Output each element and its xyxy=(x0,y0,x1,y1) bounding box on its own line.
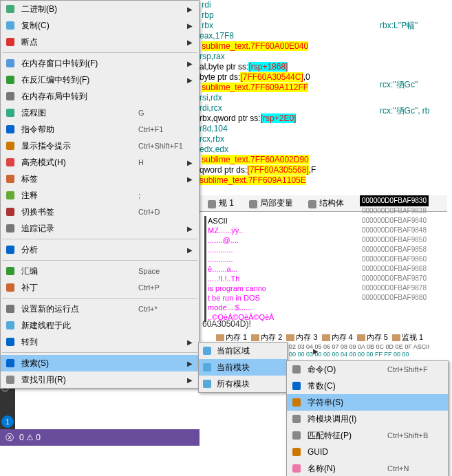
memory-tab[interactable]: 内存 2 xyxy=(251,332,282,343)
menu-item-trace-icon[interactable]: 追踪记录▶ xyxy=(1,220,199,237)
disasm-line[interactable]: rdi xyxy=(200,0,378,10)
menu-item-allmod-icon[interactable]: 所有模块▶ xyxy=(199,376,287,392)
status-text: 60A30504D)! xyxy=(202,319,251,329)
menu-item-goto-icon[interactable]: 转到▶ xyxy=(1,334,199,350)
stack-row[interactable]: 000000D0FBAF9858 xyxy=(360,245,429,255)
ascii-row[interactable]: is program canno xyxy=(208,283,306,293)
disasm-line[interactable]: edx,edx xyxy=(200,144,378,155)
menu-item-module-icon[interactable]: 当前模块▶ xyxy=(199,359,287,376)
menu-item-cmd-icon[interactable]: 命令(O)Ctrl+Shift+F xyxy=(287,361,448,378)
stack-row[interactable]: 000000D0FBAF9880 xyxy=(360,293,429,303)
ascii-row[interactable]: ............ xyxy=(208,255,306,264)
menu-label: 转到 xyxy=(21,336,138,348)
menu-separator xyxy=(2,260,197,261)
ascii-row[interactable]: mode....$...... xyxy=(208,303,306,312)
memory-tab[interactable]: 监视 1 xyxy=(392,332,423,343)
disasm-line[interactable]: rbx xyxy=(200,21,378,31)
ascii-row[interactable]: .....!I.!..Th xyxy=(208,274,306,283)
error-warning-count[interactable]: 0 ⚠ 0 xyxy=(19,433,41,442)
notification-badge[interactable]: 1 xyxy=(1,415,14,428)
stack-row[interactable]: 000000D0FBAF9868 xyxy=(360,264,429,274)
menu-item-region-icon[interactable]: 当前区域▶ xyxy=(199,343,287,359)
ascii-row[interactable]: .......@.... xyxy=(208,235,306,245)
menu-item-highlight-icon[interactable]: 高亮模式(H)H▶ xyxy=(1,154,199,171)
panel-tab[interactable]: 规 1 xyxy=(204,196,237,210)
menu-item-intermod-icon[interactable]: 跨模块调用(I) xyxy=(287,411,448,427)
menu-item-const-icon[interactable]: 常数(C) xyxy=(287,378,448,394)
menu-item-memdump-icon[interactable]: 在内存窗口中转到(F)▶ xyxy=(1,55,199,72)
menu-item-bookmark-icon[interactable]: 切换书签Ctrl+D xyxy=(1,204,199,220)
disasm-line[interactable]: r8d,104 xyxy=(200,124,378,134)
memory-tab[interactable]: 内存 5 xyxy=(357,332,388,343)
panel-tab[interactable]: 局部变量 xyxy=(245,196,296,210)
svg-rect-39 xyxy=(292,448,301,456)
disasm-line[interactable]: eax,17F8 xyxy=(200,31,378,41)
menu-item-seteip-icon[interactable]: 设置新的运行点Ctrl+* xyxy=(1,301,199,317)
menu-item-comment-icon[interactable]: 注释; xyxy=(1,187,199,204)
search-type-submenu[interactable]: 命令(O)Ctrl+Shift+F常数(C)字符串(S)跨模块调用(I)匹配特征… xyxy=(286,360,449,476)
stack-row[interactable]: 000000D0FBAF9878 xyxy=(360,283,429,293)
stack-row[interactable]: 000000D0FBAF9840 xyxy=(360,216,429,226)
stack-row[interactable]: 000000D0FBAF9860 xyxy=(360,255,429,264)
menu-item-memlayout-icon[interactable]: 在内存布局中转到 xyxy=(1,88,199,105)
menu-label: 设置新的运行点 xyxy=(21,303,138,315)
menu-item-help-icon[interactable]: 指令帮助Ctrl+F1 xyxy=(1,121,199,138)
menu-shortcut: G xyxy=(138,109,186,117)
memory-tab[interactable]: 内存 4 xyxy=(322,332,353,343)
memory-tab[interactable]: 内存 1 xyxy=(216,332,247,343)
menu-item-guid-icon[interactable]: GUID xyxy=(287,444,448,460)
disasm-line[interactable]: al,byte ptr ss:[rsp+1868] xyxy=(200,62,378,72)
disassembly-view[interactable]: rdi rbp rbxeax,17F8 sublime_text.7FF60A0… xyxy=(200,0,378,186)
disasm-line[interactable]: rdi,rcx xyxy=(200,103,378,113)
menu-item-tag-icon[interactable]: 标签▶ xyxy=(1,171,199,187)
hex-ascii-view[interactable]: ASCII MZ......ÿÿ.........@..............… xyxy=(204,216,306,322)
ascii-row[interactable]: è.......a... xyxy=(208,264,306,274)
disasm-line[interactable]: rbx,qword ptr ss:[rsp+2E0] xyxy=(200,113,378,124)
menu-item-pattern-icon[interactable]: 匹配特征(P)Ctrl+Shift+B xyxy=(287,427,448,444)
disasm-line[interactable]: qword ptr ds:[7FF60A305568],F xyxy=(200,165,378,175)
stack-row[interactable]: 000000D0FBAF9870 xyxy=(360,274,429,283)
menu-item-binary-icon[interactable]: 二进制(B)▶ xyxy=(1,1,199,17)
memory-tab[interactable]: 内存 3 xyxy=(286,332,317,343)
menu-item-graph-icon[interactable]: 流程图G xyxy=(1,105,199,121)
menu-item-names-icon[interactable]: 名称(N)Ctrl+N xyxy=(287,460,448,476)
stack-row[interactable]: 000000D0FBAF9838 xyxy=(360,206,429,216)
menu-item-hint-icon[interactable]: 显示指令提示Ctrl+Shift+F1 xyxy=(1,138,199,154)
menu-item-asm-icon[interactable]: 汇编Space xyxy=(1,263,199,279)
copy-icon xyxy=(3,19,17,32)
menu-separator xyxy=(2,239,197,239)
disasm-line[interactable]: sublime_text.7FF609A112FF xyxy=(200,83,378,93)
menu-item-search-icon[interactable]: 搜索(S)▶ xyxy=(1,355,199,371)
string-icon xyxy=(290,396,303,409)
menu-item-string-icon[interactable]: 字符串(S) xyxy=(287,394,448,411)
menu-item-analyze-icon[interactable]: 分析▶ xyxy=(1,241,199,258)
disasm-line[interactable]: sublime_text.7FF609A1105E xyxy=(200,175,378,186)
menu-item-xref-icon[interactable]: 查找引用(R)▶ xyxy=(1,371,199,388)
disasm-line[interactable]: rbp xyxy=(200,10,378,21)
disasm-icon xyxy=(3,73,17,87)
ascii-row[interactable]: t be run in DOS xyxy=(208,293,306,303)
search-scope-submenu[interactable]: 当前区域▶当前模块▶所有模块▶ xyxy=(198,342,288,393)
menu-item-breakpoint-icon[interactable]: 断点▶ xyxy=(1,34,199,50)
vscode-status-bar[interactable]: ⓧ 0 ⚠ 0 xyxy=(0,429,200,446)
stack-row[interactable]: 000000D0FBAF9850 xyxy=(360,235,429,245)
disasm-line[interactable]: rsp,rax xyxy=(200,52,378,62)
memory-dump-tabs[interactable]: 内存 1 内存 2 内存 3 内存 4 内存 5 监视 1 xyxy=(216,332,423,343)
disasm-line[interactable]: rsi,rdx xyxy=(200,93,378,103)
menu-item-patch-icon[interactable]: 补丁Ctrl+P xyxy=(1,279,199,296)
submenu-arrow-icon: ▶ xyxy=(186,360,193,367)
stack-address-column[interactable]: 000000D0FBAF9830 000000D0FBAF9838000000D… xyxy=(360,195,429,303)
menu-item-disasm-icon[interactable]: 在反汇编中转到(F)▶ xyxy=(1,72,199,88)
stack-row[interactable]: 000000D0FBAF9848 xyxy=(360,226,429,235)
context-menu[interactable]: 二进制(B)▶复制(C)▶断点▶在内存窗口中转到(F)▶在反汇编中转到(F)▶在… xyxy=(0,0,200,389)
menu-item-thread-icon[interactable]: 新建线程于此 xyxy=(1,317,199,334)
disasm-line[interactable]: sublime_text.7FF60A00E040 xyxy=(200,41,378,52)
disasm-line[interactable]: sublime_text.7FF60A002D90 xyxy=(200,155,378,165)
disasm-line[interactable]: rcx,rbx xyxy=(200,134,378,144)
menu-item-copy-icon[interactable]: 复制(C)▶ xyxy=(1,17,199,34)
svg-rect-7 xyxy=(357,334,365,341)
disasm-line[interactable]: byte ptr ds:[7FF60A30544C],0 xyxy=(200,72,378,83)
ascii-row[interactable]: MZ......ÿÿ.. xyxy=(208,226,306,235)
ascii-row[interactable]: ............ xyxy=(208,245,306,255)
panel-tab[interactable]: 结构体 xyxy=(304,196,347,210)
